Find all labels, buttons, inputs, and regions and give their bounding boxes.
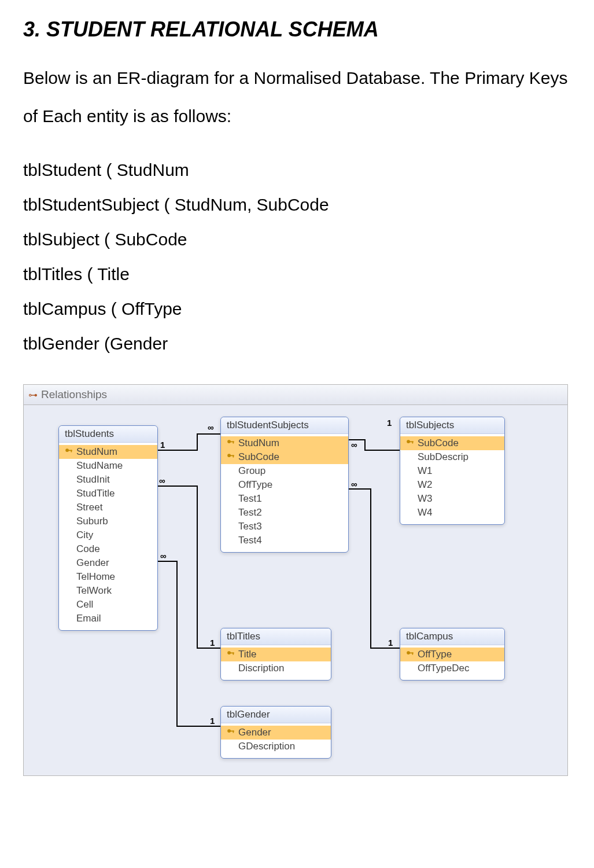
entity-tblCampus[interactable]: tblCampusOffTypeOffTypeDec xyxy=(400,628,505,681)
entity-field: Title xyxy=(221,648,331,661)
entity-field: Gender xyxy=(221,726,331,740)
cardinality-many: ∞ xyxy=(351,479,357,489)
entity-field: Test1 xyxy=(221,492,348,506)
svg-rect-17 xyxy=(412,653,414,655)
field-name: StudNum xyxy=(238,437,279,449)
field-name: SubCode xyxy=(238,451,279,463)
window-titlebar: ⊶ Relationships xyxy=(24,385,567,405)
section-heading: 3. STUDENT RELATIONAL SCHEMA xyxy=(23,17,571,42)
pk-line: tblStudentSubject ( StudNum, SubCode xyxy=(23,187,571,222)
field-name: Email xyxy=(76,613,101,624)
field-name: OffType xyxy=(418,649,452,660)
cardinality-one: 1 xyxy=(160,440,165,450)
entity-field: Street xyxy=(59,501,157,514)
entity-tblSubjects[interactable]: tblSubjectsSubCodeSubDescripW1W2W3W4 xyxy=(400,417,505,525)
entity-tblStudentSubjects[interactable]: tblStudentSubjectsStudNumSubCodeGroupOff… xyxy=(220,417,349,553)
entity-header: tblCampus xyxy=(400,628,504,645)
entity-field: Gender xyxy=(59,556,157,570)
cardinality-one: 1 xyxy=(387,418,392,428)
field-name: Discription xyxy=(238,663,284,674)
entity-field: City xyxy=(59,528,157,542)
entity-field: SubCode xyxy=(221,450,348,464)
entity-fields: StudNumStudNameStudInitStudTitleStreetSu… xyxy=(59,443,157,630)
cardinality-many: ∞ xyxy=(208,422,214,432)
entity-field: StudNum xyxy=(59,445,157,459)
field-name: GDescription xyxy=(238,741,295,752)
window-title: Relationships xyxy=(41,388,107,401)
entity-field: OffTypeDec xyxy=(400,661,504,675)
field-name: W1 xyxy=(418,465,433,477)
entity-tblGender[interactable]: tblGenderGenderGDescription xyxy=(220,706,331,759)
field-name: Title xyxy=(238,649,257,660)
entity-field: OffType xyxy=(400,648,504,661)
entity-field: Test2 xyxy=(221,506,348,520)
primary-key-icon xyxy=(227,453,235,461)
field-name: StudTitle xyxy=(76,488,115,499)
entity-header: tblTitles xyxy=(221,628,331,645)
entity-field: StudTitle xyxy=(59,487,157,501)
field-name: Cell xyxy=(76,599,93,610)
svg-rect-11 xyxy=(412,442,414,444)
diagram-canvas: 1 ∞ 1 ∞ 1 ∞ 1 ∞ 1 ∞ tblStudentsStudNumSt… xyxy=(24,405,567,775)
field-name: Test4 xyxy=(238,535,262,546)
field-name: W4 xyxy=(418,507,433,518)
field-name: Street xyxy=(76,502,102,513)
field-name: StudName xyxy=(76,460,123,472)
field-name: Test3 xyxy=(238,521,262,532)
entity-field: Code xyxy=(59,542,157,556)
field-name: Group xyxy=(238,465,265,477)
entity-header: tblStudents xyxy=(59,426,157,443)
pk-line: tblSubject ( SubCode xyxy=(23,222,571,257)
entity-field: W4 xyxy=(400,506,504,520)
field-name: W3 xyxy=(418,493,433,505)
entity-header: tblGender xyxy=(221,707,331,723)
pk-line: tblTitles ( Title xyxy=(23,257,571,292)
cardinality-one: 1 xyxy=(388,638,393,648)
cardinality-many: ∞ xyxy=(351,440,357,450)
svg-rect-20 xyxy=(233,731,234,733)
svg-rect-14 xyxy=(233,653,234,655)
entity-field: W2 xyxy=(400,478,504,492)
entity-field: SubCode xyxy=(400,436,504,450)
entity-fields: OffTypeOffTypeDec xyxy=(400,645,504,680)
entity-field: GDescription xyxy=(221,740,331,753)
entity-header: tblSubjects xyxy=(400,417,504,434)
cardinality-many: ∞ xyxy=(159,476,165,486)
field-name: StudInit xyxy=(76,474,110,486)
entity-field: SubDescrip xyxy=(400,450,504,464)
primary-key-icon xyxy=(227,650,235,659)
field-name: OffTypeDec xyxy=(418,663,469,674)
field-name: StudNum xyxy=(76,446,117,458)
entity-tblTitles[interactable]: tblTitlesTitleDiscription xyxy=(220,628,331,681)
entity-fields: StudNumSubCodeGroupOffTypeTest1Test2Test… xyxy=(221,434,348,552)
primary-key-icon xyxy=(227,729,235,737)
primary-key-icon xyxy=(227,439,235,447)
pk-line: tblGender (Gender xyxy=(23,326,571,361)
primary-key-icon xyxy=(406,650,414,659)
intro-paragraph: Below is an ER-diagram for a Normalised … xyxy=(23,59,571,135)
entity-field: Test4 xyxy=(221,534,348,547)
entity-field: W1 xyxy=(400,464,504,478)
entity-field: Group xyxy=(221,464,348,478)
cardinality-one: 1 xyxy=(210,716,215,726)
entity-header: tblStudentSubjects xyxy=(221,417,348,434)
svg-rect-2 xyxy=(71,450,72,453)
field-name: SubDescrip xyxy=(418,451,468,463)
entity-fields: TitleDiscription xyxy=(221,645,331,680)
primary-key-icon xyxy=(65,448,73,456)
field-name: OffType xyxy=(238,479,272,491)
field-name: SubCode xyxy=(418,437,459,449)
entity-tblStudents[interactable]: tblStudentsStudNumStudNameStudInitStudTi… xyxy=(58,425,158,631)
field-name: Gender xyxy=(76,557,109,569)
entity-field: TelWork xyxy=(59,584,157,598)
field-name: Test1 xyxy=(238,493,262,505)
entity-fields: GenderGDescription xyxy=(221,723,331,758)
pk-line: tblCampus ( OffType xyxy=(23,292,571,326)
svg-rect-5 xyxy=(233,442,234,444)
entity-fields: SubCodeSubDescripW1W2W3W4 xyxy=(400,434,504,524)
pk-line: tblStudent ( StudNum xyxy=(23,153,571,187)
relationships-icon: ⊶ xyxy=(28,389,38,400)
field-name: Gender xyxy=(238,727,271,738)
entity-field: TelHome xyxy=(59,570,157,584)
entity-field: Cell xyxy=(59,598,157,612)
